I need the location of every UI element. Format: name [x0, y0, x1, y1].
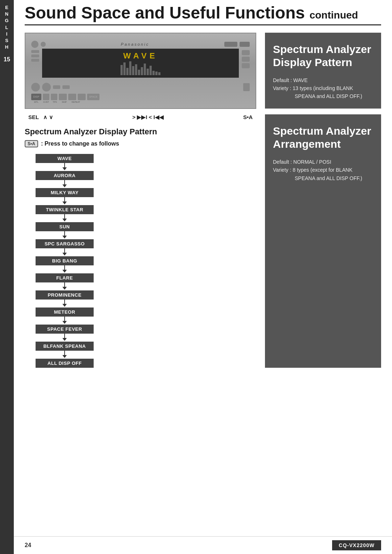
flow-item-wave: WAVE	[36, 154, 94, 163]
flow-arrow-11	[36, 334, 94, 342]
flow-item-aurora: AURORA	[36, 171, 94, 180]
flow-box-prominence: PROMINENCE	[36, 290, 94, 300]
info-box-bottom-text: Default : NORMAL / POSI Variety : 8 type…	[273, 158, 373, 182]
flow-arrow-10	[36, 317, 94, 325]
device-display-screen: WAVE	[42, 49, 239, 78]
info-box-arrangement: Spectrum Analyzer Arrangement Default : …	[265, 114, 381, 368]
page-header: Sound Space and Useful Functions continu…	[25, 0, 381, 25]
flow-box-milkyway: MILKY WAY	[36, 188, 94, 197]
flow-arrow-7	[36, 265, 94, 273]
flow-item-spacefever: SPACE FEVER	[36, 325, 94, 334]
nav-label: > ▶▶I < I◀◀	[132, 114, 164, 121]
info-box-top-title: Spectrum Analyzer Display Pattern	[273, 43, 373, 69]
flow-arrow-1	[36, 163, 94, 171]
sa-label: S•A	[243, 114, 253, 121]
flow-box-meteor: METEOR	[36, 307, 94, 317]
flow-arrow-12	[36, 351, 94, 359]
brand-label: Panasonic	[121, 42, 149, 46]
flow-arrow-6	[36, 248, 94, 256]
sidebar-letter-l: L	[5, 24, 9, 31]
flow-arrow-4	[36, 214, 94, 222]
sidebar-letter-e: E	[5, 4, 9, 11]
flow-item-sun: SUN	[36, 222, 94, 231]
sidebar-language-label: E N G L I S H	[5, 4, 9, 50]
flow-arrow-5	[36, 231, 94, 239]
flow-item-prominence: PROMINENCE	[36, 290, 94, 300]
model-badge: CQ-VX2200W	[332, 540, 381, 550]
flow-item-spcsargasso: SPC SARGASSO	[36, 239, 94, 248]
instruction-text: : Press to change as follows	[41, 140, 119, 147]
press-instruction: S•A : Press to change as follows	[25, 140, 256, 147]
flow-arrow-9	[36, 300, 94, 307]
flow-box-blankspeana: BLFANK SPEANA	[36, 342, 94, 351]
content-columns: Panasonic WA	[25, 33, 381, 368]
device-controls-labels: SEL ∧ ∨ > ▶▶I < I◀◀ S•A	[25, 114, 256, 121]
main-content: Sound Space and Useful Functions continu…	[14, 0, 392, 379]
flow-arrow-2	[36, 180, 94, 188]
flow-box-aurora: AURORA	[36, 171, 94, 180]
info-box-bottom-title: Spectrum Analyzer Arrangement	[273, 125, 373, 151]
flow-arrow-8	[36, 282, 94, 290]
flow-item-alldispoff: ALL DISP OFF	[36, 359, 94, 368]
flow-item-milkyway: MILKY WAY	[36, 188, 94, 197]
info-box-display-pattern: Spectrum Analyzer Display Pattern Defaul…	[265, 33, 381, 109]
left-column: Panasonic WA	[25, 33, 256, 368]
sel-label: SEL ∧ ∨	[28, 114, 53, 121]
device-mock: Panasonic WA	[25, 33, 256, 108]
flow-item-meteor: METEOR	[36, 307, 94, 317]
device-image: Panasonic WA	[25, 33, 256, 109]
sidebar: E N G L I S H 15	[0, 0, 14, 554]
right-column: Spectrum Analyzer Display Pattern Defaul…	[265, 33, 381, 368]
flow-arrow-3	[36, 197, 94, 205]
display-wave-text: WAVE	[123, 51, 158, 61]
flow-box-alldispoff: ALL DISP OFF	[36, 359, 94, 368]
flow-item-flare: FLARE	[36, 273, 94, 282]
flow-box-bigbang: BIG BANG	[36, 256, 94, 265]
flow-item-twinklestar: TWINKLE STAR	[36, 205, 94, 214]
sidebar-letter-h: H	[5, 44, 9, 50]
flowchart: WAVE AURORA MILKY WAY TWINKLE STAR SUN	[36, 154, 256, 368]
left-section-heading: Spectrum Analyzer Display Pattern	[25, 127, 256, 137]
info-box-top-text: Default : WAVE Variety : 13 types (inclu…	[273, 76, 373, 101]
continued-label: continued	[310, 9, 358, 21]
sidebar-letter-s: S	[5, 37, 9, 44]
flow-item-bigbang: BIG BANG	[36, 256, 94, 265]
flow-box-spcsargasso: SPC SARGASSO	[36, 239, 94, 248]
sidebar-chapter-number: 15	[4, 56, 10, 63]
flow-box-wave: WAVE	[36, 154, 94, 163]
flow-box-twinklestar: TWINKLE STAR	[36, 205, 94, 214]
page-number: 24	[25, 542, 31, 549]
sa-instruction-badge: S•A	[25, 140, 38, 147]
flow-box-spacefever: SPACE FEVER	[36, 325, 94, 334]
bottom-bar: 24 CQ-VX2200W	[14, 536, 392, 554]
sidebar-letter-g: G	[5, 17, 9, 24]
page-title: Sound Space and Useful Functions continu…	[25, 4, 381, 22]
flow-item-blankspeana: BLFANK SPEANA	[36, 342, 94, 351]
sidebar-letter-i: I	[6, 31, 8, 37]
flow-box-sun: SUN	[36, 222, 94, 231]
flow-box-flare: FLARE	[36, 273, 94, 282]
sidebar-letter-n: N	[5, 11, 9, 17]
